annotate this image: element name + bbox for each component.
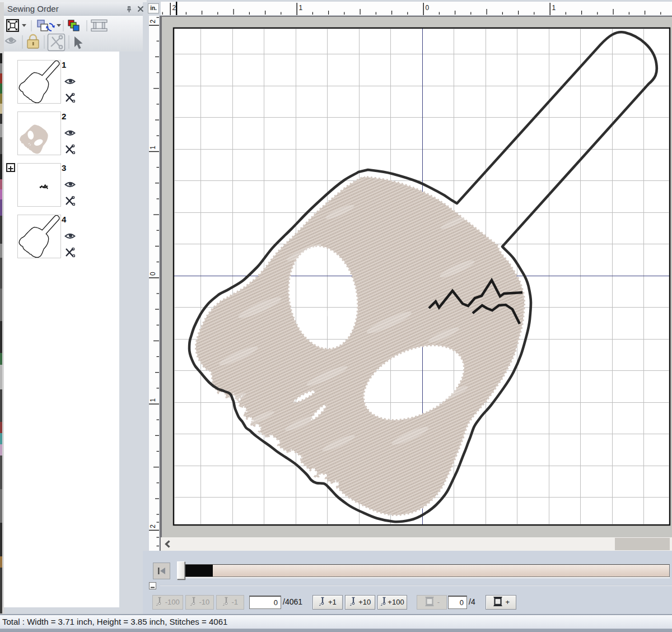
svg-text:2: 2: [149, 524, 157, 528]
svg-text:1: 1: [299, 4, 303, 12]
svg-text:0: 0: [426, 4, 430, 12]
svg-text:2: 2: [149, 20, 157, 24]
svg-text:2: 2: [172, 4, 176, 12]
svg-text:1: 1: [149, 398, 157, 402]
svg-text:0: 0: [149, 272, 157, 276]
svg-text:1: 1: [552, 4, 556, 12]
svg-text:1: 1: [149, 146, 157, 150]
